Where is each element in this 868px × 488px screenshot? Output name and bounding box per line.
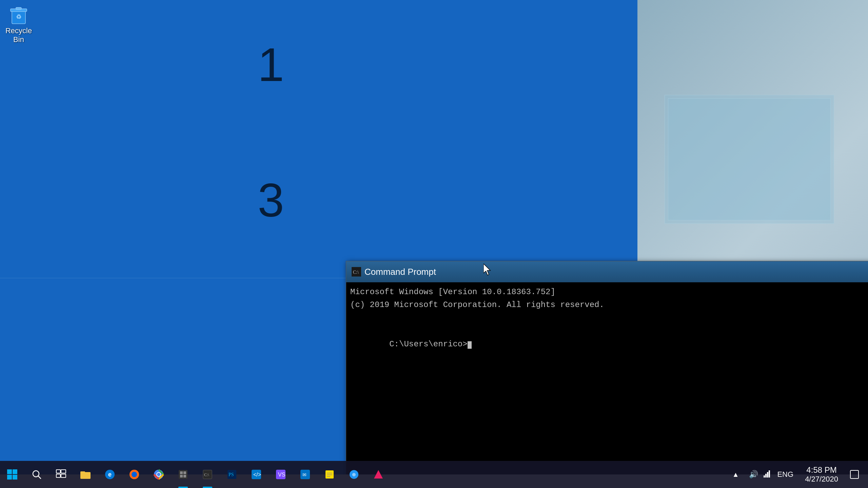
vscode-button[interactable]: </> (244, 461, 269, 488)
cmd-app-icon: C:\ (352, 267, 361, 277)
system-icons: 🔊 ENG (744, 468, 798, 481)
app-icon-2-button[interactable] (366, 461, 391, 488)
notification-icon (850, 470, 859, 479)
terminal-button[interactable]: C:\ (195, 461, 220, 488)
taskbar-clock[interactable]: 4:58 PM 4/27/2020 (802, 465, 842, 484)
svg-rect-51 (769, 470, 770, 477)
svg-rect-18 (80, 471, 85, 473)
svg-marker-47 (374, 470, 383, 479)
start-button[interactable] (0, 461, 24, 488)
svg-rect-10 (13, 475, 17, 480)
desktop-label-1: 1 (258, 37, 284, 92)
network-icon[interactable] (762, 468, 773, 481)
store-button[interactable] (171, 461, 195, 488)
svg-rect-9 (7, 475, 12, 480)
search-button[interactable] (24, 461, 49, 488)
svg-text:♻: ♻ (16, 14, 21, 20)
svg-text:⊕: ⊕ (352, 472, 356, 477)
svg-rect-2 (16, 7, 21, 9)
svg-rect-14 (61, 470, 66, 473)
app1-icon: ⊕ (349, 469, 359, 480)
cmd-titlebar[interactable]: C:\ Command Prompt ─ □ ✕ (346, 261, 868, 282)
svg-rect-30 (183, 475, 186, 477)
start-icon (7, 469, 18, 480)
svg-text:VS: VS (278, 472, 285, 477)
svg-rect-16 (61, 474, 66, 477)
recycle-bin-svg: ♻ (8, 3, 29, 25)
recycle-bin-label: Recycle Bin (5, 26, 32, 44)
svg-point-25 (157, 473, 160, 476)
svg-rect-50 (767, 472, 768, 477)
svg-rect-29 (180, 475, 183, 477)
store-icon (178, 469, 188, 480)
task-view-button[interactable] (49, 461, 73, 488)
firefox-icon (129, 469, 140, 480)
cmd-cursor (468, 341, 472, 349)
file-explorer-button[interactable] (73, 461, 98, 488)
svg-rect-49 (765, 474, 767, 477)
desktop-label-3: 3 (258, 173, 284, 228)
svg-rect-28 (183, 471, 186, 474)
vs-button[interactable]: VS (269, 461, 293, 488)
outlook-button[interactable]: ✉ (293, 461, 317, 488)
command-prompt-window: C:\ Command Prompt ─ □ ✕ Microsoft Windo… (346, 261, 868, 474)
stickynotes-button[interactable] (317, 461, 342, 488)
chrome-button[interactable] (146, 461, 171, 488)
cmd-titlebar-left: C:\ Command Prompt (352, 267, 436, 277)
svg-text:e: e (108, 471, 112, 478)
svg-point-22 (132, 472, 137, 477)
app2-icon (373, 469, 384, 480)
notification-center-button[interactable] (845, 461, 864, 488)
cmd-line-3 (350, 312, 868, 325)
language-indicator[interactable]: ENG (776, 469, 795, 480)
show-hidden-icons-button[interactable]: ▲ (730, 469, 741, 480)
taskbar: e C:\ (0, 461, 868, 488)
cmd-line-2: (c) 2019 Microsoft Corporation. All righ… (350, 299, 868, 311)
svg-rect-15 (56, 474, 60, 477)
svg-rect-26 (179, 470, 188, 479)
chrome-icon (153, 469, 164, 480)
svg-rect-13 (56, 470, 60, 473)
svg-text:✉: ✉ (302, 472, 307, 477)
vscode-icon: </> (251, 469, 262, 480)
task-view-icon (56, 469, 66, 480)
clock-date: 4/27/2020 (805, 475, 838, 484)
cmd-line-1: Microsoft Windows [Version 10.0.18363.75… (350, 286, 868, 299)
outlook-icon: ✉ (300, 469, 311, 480)
svg-rect-7 (7, 469, 12, 474)
taskbar-right: ▲ 🔊 ENG 4:58 PM 4/27/2020 (726, 461, 868, 488)
svg-text:PS: PS (229, 472, 234, 477)
stickynotes-icon (324, 469, 335, 480)
recycle-bin-icon[interactable]: ♻ Recycle Bin (3, 3, 34, 44)
app-icon-1-button[interactable]: ⊕ (342, 461, 366, 488)
desktop: 1 3 ♻ Recycle Bin C:\ (0, 0, 868, 474)
edge-button[interactable]: e (98, 461, 122, 488)
network-icon-svg (764, 469, 772, 477)
svg-rect-27 (180, 471, 183, 474)
search-icon (32, 469, 42, 480)
svg-text:C:\: C:\ (204, 472, 209, 477)
cmd-prompt-line: C:\Users\enrico> (350, 325, 868, 364)
firefox-button[interactable] (122, 461, 146, 488)
svg-rect-41 (326, 470, 334, 479)
ghost-window-2 (668, 98, 831, 220)
svg-rect-8 (13, 469, 17, 474)
svg-line-12 (38, 476, 41, 479)
edge-icon: e (104, 469, 115, 480)
cmd-icon-svg: C:\ (352, 267, 361, 277)
cmd-title-text: Command Prompt (364, 267, 436, 277)
svg-text:</>: </> (253, 472, 261, 477)
volume-icon[interactable]: 🔊 (748, 469, 760, 480)
vs-icon: VS (275, 469, 286, 480)
clock-time: 4:58 PM (805, 465, 838, 475)
powershell-icon: PS (227, 469, 237, 480)
cmd-body[interactable]: Microsoft Windows [Version 10.0.18363.75… (346, 282, 868, 474)
svg-rect-52 (850, 470, 859, 479)
svg-rect-48 (764, 475, 765, 477)
powershell-button[interactable]: PS (220, 461, 244, 488)
terminal-icon: C:\ (202, 469, 213, 480)
file-explorer-icon (80, 469, 91, 480)
svg-text:C:\: C:\ (353, 270, 359, 275)
